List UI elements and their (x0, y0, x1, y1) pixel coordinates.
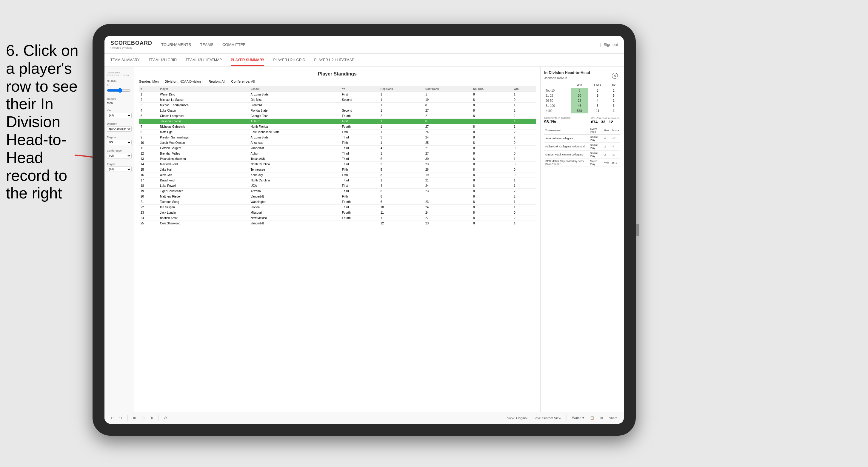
nav-teams[interactable]: TEAMS (200, 41, 213, 48)
cell-rds: 8 (471, 140, 512, 146)
cell-school: Ole Miss (249, 97, 340, 103)
table-row[interactable]: 22 Ian Gilligan Florida Third 10 24 8 1 (139, 205, 536, 210)
cell-reg: 1 (379, 124, 424, 129)
nav-committee[interactable]: COMMITTEE (222, 41, 246, 48)
table-row[interactable]: 12 Brendan Valles Auburn Third 1 27 8 0 (139, 151, 536, 156)
table-row[interactable]: 8 Mats Ege East Tennessee State Fifth 1 … (139, 129, 536, 135)
toolbar-paste[interactable]: ⊟ (140, 415, 146, 421)
table-row[interactable]: 13 Phichaksn Maichon Texas A&M Third 6 3… (139, 156, 536, 162)
bottom-toolbar: ↩ ↪ ⊞ ⊟ ↻ ⏱ View: Original Save Custom V… (104, 412, 624, 424)
table-row[interactable]: 21 Taehoon Song Washington Fourth 6 23 8… (139, 199, 536, 205)
watch-button[interactable]: Watch ▾ (570, 415, 586, 421)
cell-num: 24 (139, 215, 158, 221)
table-row[interactable]: 11 Gordon Sargent Vanderbilt Third 4 21 … (139, 146, 536, 151)
cell-school: Stanford (249, 103, 340, 108)
view-original-button[interactable]: View: Original (505, 415, 529, 421)
table-row[interactable]: 9 Preston Summerhays Arizona State Third… (139, 135, 536, 140)
nav-tournaments[interactable]: TOURNAMENTS (161, 41, 191, 48)
tab-team-h2h-heatmap[interactable]: TEAM H2H HEATMAP (186, 55, 222, 66)
cell-conf: 25 (424, 140, 471, 146)
sign-out-button[interactable]: Sign out (603, 41, 618, 48)
cell-rds: 8 (471, 167, 512, 173)
cell-conf: 27 (424, 124, 471, 129)
toolbar-clock[interactable]: ⏱ (162, 415, 169, 421)
table-row[interactable]: 6 Jackson Koivun Auburn First 1 8 1 (139, 119, 536, 124)
cell-reg: 3 (379, 162, 424, 167)
table-row[interactable]: 19 Tiger Christensen Arizona Third 8 23 … (139, 189, 536, 194)
cell-conf: 19 (424, 173, 471, 178)
cell-win: 1 (512, 199, 536, 205)
cell-player: Christo Lamprecht (158, 114, 249, 119)
tab-player-h2h-grid[interactable]: PLAYER H2H GRID (273, 55, 305, 66)
cell-win: 1 (512, 178, 536, 183)
table-row[interactable]: 17 David Ford North Carolina Third 1 21 … (139, 178, 536, 183)
tab-team-h2h-grid[interactable]: TEAM H2H GRID (149, 55, 177, 66)
cell-player: Gordon Sargent (158, 146, 249, 151)
cell-school: Arizona State (249, 135, 340, 140)
table-row[interactable]: 5 Christo Lamprecht Georgia Tech Fourth … (139, 114, 536, 119)
toolbar-copy[interactable]: ⊞ (131, 415, 137, 421)
cell-school: New Mexico (249, 215, 340, 221)
table-row[interactable]: 7 Nicholas Gabrelcik North Florida Fourt… (139, 124, 536, 129)
h2h-table: Win Loss Tie Top 10 8 3 2 11-25 20 9 5 2… (544, 83, 620, 114)
h2h-row: 26-50 22 4 1 (544, 98, 620, 103)
table-row[interactable]: 20 Matthew Riedel Vanderbilt Fifth 8 8 2 (139, 194, 536, 199)
tourn-score: -7 (611, 143, 620, 151)
save-custom-button[interactable]: Save Custom View (532, 415, 563, 421)
table-row[interactable]: 14 Maxwell Ford North Carolina Third 3 2… (139, 162, 536, 167)
table-row[interactable]: 1 Wenyi Ding Arizona State First 1 1 8 1 (139, 92, 536, 97)
table-row[interactable]: 4 Luke Claton Florida State Second 1 27 … (139, 108, 536, 114)
table-row[interactable]: 16 Alex Goff Kentucky Fifth 8 19 8 0 (139, 173, 536, 178)
cell-school: Georgia Tech (249, 114, 340, 119)
cell-num: 12 (139, 151, 158, 156)
logo-title: SCOREBOARD (111, 40, 152, 46)
cell-school: Auburn (249, 119, 340, 124)
undo-button[interactable]: ↩ (109, 415, 115, 421)
tablet-side-button[interactable] (636, 224, 639, 236)
cell-school: Missouri (249, 210, 340, 215)
tab-player-summary[interactable]: PLAYER SUMMARY (231, 55, 264, 66)
cell-num: 5 (139, 114, 158, 119)
tab-player-h2h-heatmap[interactable]: PLAYER H2H HEATMAP (314, 55, 354, 66)
region-select[interactable]: N/A (107, 139, 132, 145)
table-row[interactable]: 23 Jack Lundin Missouri Fourth 11 24 8 0 (139, 210, 536, 215)
cell-player: Bastien Amat (158, 215, 249, 221)
player-select[interactable]: (All) (107, 166, 132, 172)
toolbar-icon-1[interactable]: 📋 (588, 415, 596, 421)
standings-filters: Gender: Men Division: NCAA Division I Re… (139, 80, 536, 83)
year-select[interactable]: (All) (107, 113, 132, 118)
tab-team-summary[interactable]: TEAM SUMMARY (111, 55, 140, 66)
conference-select[interactable]: (All) (107, 153, 132, 158)
cell-conf: 27 (424, 215, 471, 221)
toolbar-icon-2[interactable]: ⊞ (598, 415, 605, 421)
toolbar-sep-1 (127, 415, 128, 421)
cell-win: 0 (512, 167, 536, 173)
cell-yr: Fifth (340, 173, 379, 178)
cell-yr: Fourth (340, 215, 379, 221)
filter-division: Division: NCAA Division I (165, 80, 203, 83)
cell-rds: 8 (471, 210, 512, 215)
no-rds-slider[interactable] (107, 88, 131, 93)
cell-num: 10 (139, 140, 158, 146)
redo-button[interactable]: ↪ (118, 415, 124, 421)
table-row[interactable]: 18 Luke Powell UCA First 4 24 8 1 (139, 183, 536, 189)
col-win: Win (512, 86, 536, 92)
division-select[interactable]: NCAA Division I (107, 126, 132, 132)
cell-win: 0 (512, 151, 536, 156)
table-row[interactable]: 24 Bastien Amat New Mexico Fourth 1 27 8… (139, 215, 536, 221)
sidebar-no-rds: No Rds. 6 (107, 80, 132, 93)
cell-rds: 8 (471, 124, 512, 129)
table-row[interactable]: 2 Michael La Sasse Ole Miss Second 1 19 … (139, 97, 536, 103)
cell-yr (340, 103, 379, 108)
table-row[interactable]: 15 Jake Hall Tennessee Fifth 5 26 8 0 (139, 167, 536, 173)
table-row[interactable]: 10 Jacob Mou Olesen Arkansas Fifth 1 25 … (139, 140, 536, 146)
cell-conf: 21 (424, 178, 471, 183)
cell-conf: 24 (424, 135, 471, 140)
table-row[interactable]: 3 Michael Thorbjornsen Stanford 1 8 8 1 (139, 103, 536, 108)
toolbar-refresh[interactable]: ↻ (149, 415, 155, 421)
cell-school: Florida State (249, 108, 340, 114)
h2h-close-button[interactable]: ✕ (612, 73, 618, 79)
share-button[interactable]: Share (607, 415, 619, 421)
col-no-rds: No. Rds. (471, 86, 512, 92)
table-row[interactable]: 25 Cole Sherwood Vanderbilt 12 23 8 1 (139, 221, 536, 226)
